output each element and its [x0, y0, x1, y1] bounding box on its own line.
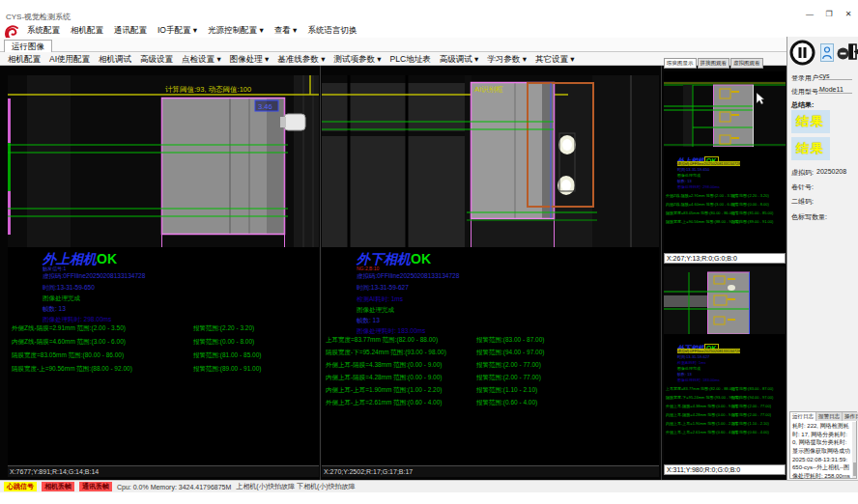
menu-item-view[interactable]: 查看 ▾: [274, 25, 298, 37]
thumb-measurement-alarm: 报警范围:(81.00 - 85.00): [731, 210, 773, 215]
thumb-measurement-text: 外侧Z线-隔膜=2.91mm 范围:(2.00 - 3.50): [666, 193, 736, 198]
thumb2-overlay: 外下相机OK 虚拟码:0FFIline20250208133134728 时间:…: [664, 334, 786, 464]
thumb1-overlay: 外上相机OK 虚拟码:0FFIline20250208133134728 时间:…: [664, 147, 786, 253]
thumb-measurement-text: 隔膜宽度-下=95.24mm 范围:(93.00 - 98.00): [666, 395, 740, 400]
measurement-alarm: 报警范围:(83.00 - 87.00): [476, 336, 544, 345]
camera1-status: OK: [97, 251, 117, 266]
vcode-label: 虚拟码:: [791, 168, 814, 178]
thumb-measurement-row: 隔膜宽度-上=90.56mm 范围:(88.00 - 92.00) 报警范围:(…: [664, 219, 786, 228]
exit-button[interactable]: [848, 43, 858, 64]
tab-virtual-view[interactable]: 虚拟图观看: [730, 58, 763, 69]
thumb-measurement-text: 隔膜宽度-上=90.56mm 范围:(88.00 - 92.00): [666, 219, 740, 224]
menu-item-comm-config[interactable]: 通讯配置: [114, 25, 147, 37]
thumb2-time: 时间:13-31-59-627: [677, 354, 709, 359]
thumb-measurement-alarm: 报警范围:(1.10 - 2.10): [731, 421, 769, 426]
camera2-barcode: 虚拟码:0FFIline20250208133134728: [357, 272, 459, 281]
camera2-frames: 帧数: 13: [357, 317, 380, 325]
window-title: CYS-视觉检测系统: [6, 12, 71, 22]
measurement-row: 隔膜宽度-上=90.56mm 范围:(88.00 - 92.00) 报警范围:(…: [8, 365, 319, 378]
measurement-row: 外侧上耳-上耳=2.61mm 范围:(0.60 - 4.00) 报警范围:(0.…: [322, 399, 659, 411]
log-tab-run[interactable]: 运行日志: [790, 412, 816, 421]
thumb-measurement-text: 外侧上耳-上耳=2.61mm 范围:(0.60 - 4.00): [666, 430, 737, 434]
camera1-frames: 帧数: 13: [43, 305, 66, 314]
maximize-button[interactable]: ❐: [823, 10, 835, 18]
pause-button[interactable]: [789, 40, 815, 66]
measurement-text: 内侧Z线-隔膜=4.60mm 范围:(3.00 - 6.00): [12, 338, 126, 347]
measurement-row: 外侧上耳-隔膜=4.38mm 范围:(0.00 - 9.00) 报警范围:(2.…: [322, 361, 659, 374]
tool-camera-config[interactable]: 相机配置: [8, 54, 41, 66]
tool-baseline-params[interactable]: 基准线参数 ▾: [277, 54, 325, 66]
tool-learn-params[interactable]: 学习参数 ▾: [487, 54, 527, 66]
thumb2-coords: X:311;Y:980;R:0;G:0;B:0: [664, 464, 786, 475]
menu-item-light-config[interactable]: 光源控制配置 ▾: [208, 25, 264, 37]
thumb-measurement-text: 内侧上耳-隔膜=4.28mm 范围:(0.00 - 9.00): [666, 412, 737, 417]
measurement-text: 内侧上耳-隔膜=4.28mm 范围:(0.00 - 9.00): [326, 374, 442, 382]
log-tab-alarm[interactable]: 报警日志: [816, 412, 843, 421]
tab-defect-view[interactable]: 瑕疵图显示: [664, 58, 697, 69]
thumb-measurement-alarm: 报警范围:(0.00 - 8.00): [731, 202, 769, 207]
menu-item-camera-config[interactable]: 相机配置: [71, 25, 103, 37]
menu-item-language[interactable]: 系统语言切换: [307, 25, 357, 37]
measurement-alarm: 报警范围:(81.00 - 85.00): [193, 351, 261, 360]
measurement-row: 内侧上耳-隔膜=4.28mm 范围:(0.00 - 9.00) 报警范围:(2.…: [322, 374, 659, 386]
result-box-2: 结果: [791, 137, 830, 160]
tool-advanced-debug[interactable]: 高级调试 ▾: [440, 54, 479, 66]
thumb-measurement-alarm: 报警范围:(89.00 - 91.00): [731, 219, 773, 224]
camera2-image[interactable]: AI识别框: [322, 75, 659, 247]
measurement-row: 外侧Z线-隔膜=2.91mm 范围:(2.00 - 3.50) 报警范围:(2.…: [8, 324, 319, 337]
thumb1-elapsed: 图像处理耗时: 298.00ms: [677, 184, 720, 189]
measurement-row: 隔膜宽度=83.05mm 范围:(80.00 - 86.00) 报警范围:(81…: [8, 351, 319, 364]
app-window: CYS-视觉检测系统 — ❐ ✕ 系统配置 相机配置 通讯配置 IO手配置 ▾ …: [0, 0, 858, 504]
tool-spot-check[interactable]: 点检设置 ▾: [182, 54, 221, 66]
measurement-text: 隔膜宽度-下=95.24mm 范围:(93.00 - 98.00): [326, 349, 446, 357]
measurement-text: 外侧Z线-隔膜=2.91mm 范围:(2.00 - 3.50): [12, 324, 126, 333]
tool-other-settings[interactable]: 其它设置 ▾: [535, 54, 575, 66]
tool-ai-config[interactable]: AI使用配置: [49, 54, 90, 66]
user-button[interactable]: [820, 43, 834, 62]
measurement-alarm: 报警范围:(2.00 - 77.00): [476, 361, 541, 370]
thumb-measurement-alarm: 报警范围:(2.20 - 3.20): [731, 193, 769, 198]
close-button[interactable]: ✕: [843, 10, 854, 18]
login-user-label: 登录用户:: [791, 73, 820, 83]
tool-advanced-settings[interactable]: 高级设置: [140, 54, 173, 66]
blue-tag-label: 3.46: [258, 102, 272, 111]
measurement-alarm: 报警范围:(0.00 - 8.00): [193, 338, 254, 347]
camera1-image[interactable]: 3.46 计算阈值:93, 动态阈值:100: [8, 75, 319, 247]
status-bar: 心跳信号 相机丢帧 通讯丢帧 Cpu: 0.0% Memory: 3424.41…: [0, 480, 858, 492]
thumb1-image[interactable]: [664, 71, 786, 147]
tool-camera-debug[interactable]: 相机调试: [99, 54, 131, 66]
thumb1-done: 图像处理完成: [677, 173, 701, 178]
camera2-subtext: NG:2,B:10: [357, 266, 379, 271]
user-icon: [822, 46, 832, 60]
measurement-text: 上耳宽度=83.77mm 范围:(82.00 - 88.00): [326, 336, 438, 345]
thumb2-image[interactable]: [664, 266, 786, 334]
log-text: 耗时: 222, 网络检测耗时: 17, 网络分类耗时: 0, 网络提取分类耗时…: [790, 421, 856, 482]
thumb-measurement-alarm: 报警范围:(2.00 - 77.00): [731, 404, 771, 408]
menu-item-system-config[interactable]: 系统配置: [27, 25, 60, 37]
login-user-value[interactable]: cys: [819, 72, 852, 80]
measurement-text: 内侧上耳-上耳=1.90mm 范围:(1.00 - 2.20): [326, 386, 442, 395]
camera1-elapsed: 图像处理耗时: 298.00ms: [43, 316, 111, 324]
thumb-measurement-alarm: 报警范围:(83.00 - 87.00): [731, 386, 773, 391]
measurement-row: 内侧Z线-隔膜=4.60mm 范围:(3.00 - 6.00) 报警范围:(0.…: [8, 338, 319, 350]
thumb-measurement-row: 外侧Z线-隔膜=2.91mm 范围:(2.00 - 3.50) 报警范围:(2.…: [664, 193, 786, 202]
menu-item-io-config[interactable]: IO手配置 ▾: [157, 25, 197, 37]
tool-test-params[interactable]: 测试项参数 ▾: [333, 54, 381, 66]
thumb1-coords: X:267;Y:13;R:0;G:0;B:0: [664, 253, 786, 264]
minimize-button[interactable]: —: [804, 10, 815, 18]
logout-door-icon: [848, 43, 858, 60]
thumb2-elapsed: 图像处理耗时: 183.00ms: [677, 378, 720, 382]
cpu-memory-text: Cpu: 0.0% Memory: 3424.41796875M: [117, 484, 231, 490]
measurement-alarm: 报警范围:(94.00 - 97.00): [476, 349, 544, 357]
model-value[interactable]: Mode11: [819, 86, 852, 94]
qrcode-label: 二维码:: [791, 197, 814, 207]
log-scrollbar[interactable]: [852, 422, 856, 478]
tool-image-process[interactable]: 图像处理 ▾: [230, 54, 270, 66]
measurement-text: 隔膜宽度=83.05mm 范围:(80.00 - 86.00): [12, 351, 124, 360]
tool-plc-address[interactable]: PLC地址表: [390, 54, 431, 66]
camera2-time: 时间:13-31-59-627: [357, 284, 409, 293]
log-tab-operation[interactable]: 操作日志: [843, 412, 858, 421]
tab-stitch-view[interactable]: 拼接图观看: [698, 58, 730, 69]
thumb-measurement-alarm: 报警范围:(2.00 - 77.00): [731, 412, 771, 417]
camera2-ai-time: 检测AI耗时: 1ms: [357, 295, 403, 304]
